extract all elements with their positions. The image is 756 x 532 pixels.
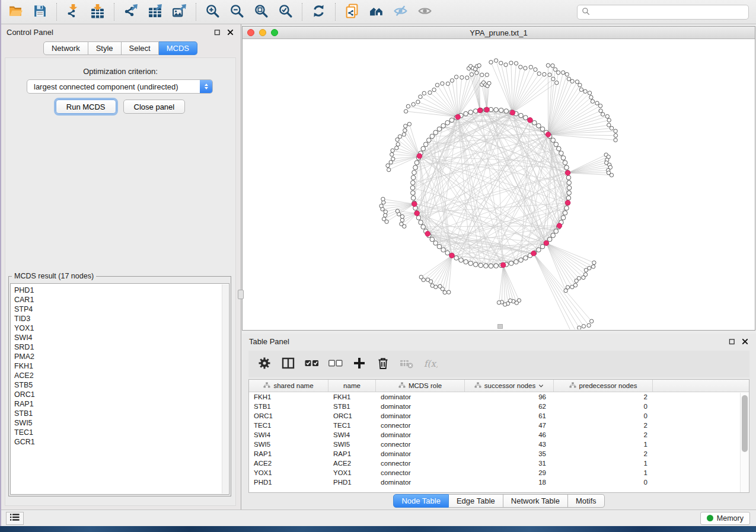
zoom-window-button[interactable] [271, 29, 278, 36]
network-window: YPA_prune.txt_1 [242, 26, 755, 331]
zoom-fit-button[interactable] [249, 1, 273, 23]
table-row[interactable]: ORC1ORC1dominator610 [249, 411, 749, 421]
mcds-result-list[interactable]: PHD1CAR1STP4TID3YOX1SWI4SRD1PMA2FKH1ACE2… [10, 283, 229, 495]
zoom-selected-button[interactable] [273, 1, 298, 23]
delete-columns-button[interactable] [372, 354, 394, 375]
column-header-mcds-role[interactable]: MCDS role [376, 380, 465, 392]
table-scrollbar-thumb[interactable] [742, 395, 748, 452]
column-header-name[interactable]: name [328, 380, 376, 392]
table-row[interactable]: SWI4SWI4dominator462 [249, 430, 749, 440]
tab-edge-table[interactable]: Edge Table [449, 494, 503, 508]
cell-shared-name: RAP1 [249, 450, 328, 457]
column-header-shared-name[interactable]: shared name [249, 380, 328, 392]
table-delete-icon [400, 356, 414, 372]
list-icon [9, 512, 21, 524]
mcds-result-item[interactable]: TID3 [11, 314, 229, 323]
table-row[interactable]: TEC1TEC1connector472 [249, 421, 749, 430]
mcds-result-item[interactable]: GCR1 [11, 437, 229, 447]
export-image-button[interactable] [167, 1, 192, 23]
table-scrollbar[interactable] [740, 393, 749, 492]
hide-selected-button[interactable] [388, 1, 413, 23]
table-row[interactable]: ACE2ACE2connector311 [249, 459, 749, 468]
mcds-result-item[interactable]: FKH1 [11, 361, 229, 371]
memory-button[interactable]: Memory [700, 512, 750, 525]
minimize-window-button[interactable] [259, 29, 266, 36]
table-row[interactable]: STB1STB1dominator620 [249, 402, 749, 411]
close-panel-button[interactable] [227, 28, 234, 36]
show-column-panel-button[interactable] [277, 354, 299, 375]
open-file-button[interactable] [4, 1, 28, 23]
cell-name: FKH1 [328, 393, 376, 400]
column-header-successor-nodes[interactable]: successor nodes [465, 380, 554, 392]
mcds-result-item[interactable]: TEC1 [11, 428, 229, 437]
mcds-list-scrollbar[interactable] [222, 284, 228, 493]
float-panel-button[interactable] [728, 338, 736, 345]
cell-successors: 31 [465, 460, 554, 467]
network-title: YPA_prune.txt_1 [243, 28, 755, 37]
mcds-result-item[interactable]: RAP1 [11, 399, 229, 409]
select-first-neighbors-button[interactable] [364, 1, 388, 23]
mcds-result-item[interactable]: ORC1 [11, 390, 229, 399]
select-all-columns-button[interactable] [301, 354, 323, 375]
mcds-result-item[interactable]: STB1 [11, 409, 229, 418]
table-row[interactable]: YOX1YOX1connector291 [249, 468, 749, 477]
cell-name: ORC1 [328, 412, 376, 419]
tab-mcds[interactable]: MCDS [159, 41, 197, 55]
import-network-button[interactable] [61, 1, 85, 23]
mcds-result-item[interactable]: SWI5 [11, 418, 229, 428]
table-row[interactable]: FKH1FKH1dominator962 [249, 392, 749, 402]
task-history-button[interactable] [6, 512, 24, 525]
show-all-button[interactable] [413, 1, 437, 23]
table-row[interactable]: RAP1RAP1dominator352 [249, 449, 749, 459]
tab-select[interactable]: Select [122, 41, 159, 55]
run-mcds-button[interactable]: Run MCDS [56, 100, 116, 114]
save-session-button[interactable] [28, 1, 52, 23]
splitter-handle[interactable] [238, 290, 244, 299]
mcds-result-item[interactable]: SWI4 [11, 333, 229, 342]
tab-node-table[interactable]: Node Table [393, 494, 449, 508]
tab-style[interactable]: Style [88, 41, 122, 55]
close-window-button[interactable] [247, 29, 254, 36]
status-bar: Memory [0, 509, 756, 526]
delete-table-button [395, 354, 417, 375]
export-table-button[interactable] [143, 1, 167, 23]
canvas-scroll-thumb[interactable] [497, 324, 503, 329]
search-input[interactable] [593, 7, 748, 18]
tab-network[interactable]: Network [43, 41, 88, 55]
optimization-criterion-select[interactable]: largest connected component (undirected) [27, 79, 213, 94]
mcds-result-item[interactable]: STP4 [11, 305, 229, 314]
mcds-result-item[interactable]: SRD1 [11, 342, 229, 352]
table-row[interactable]: SWI5SWI5connector431 [249, 440, 749, 449]
clone-network-button[interactable] [340, 1, 364, 23]
table-options-button[interactable] [253, 354, 275, 375]
column-header-predecessor-nodes[interactable]: predecessor nodes [554, 380, 653, 392]
mcds-result-item[interactable]: CAR1 [11, 295, 229, 305]
deselect-all-columns-button[interactable] [324, 354, 346, 375]
mcds-result-item[interactable]: STB5 [11, 380, 229, 390]
table-row[interactable]: PHD1PHD1dominator180 [249, 477, 749, 487]
zoom-in-button[interactable] [200, 1, 225, 23]
export-network-button[interactable] [119, 1, 143, 23]
mcds-result-item[interactable]: YOX1 [11, 323, 229, 333]
network-graph[interactable] [243, 39, 755, 329]
float-panel-button[interactable] [213, 28, 221, 36]
zoom-out-button[interactable] [225, 1, 249, 23]
dropdown-stepper-icon [200, 80, 212, 93]
mcds-result-item[interactable]: PMA2 [11, 352, 229, 361]
node-table: shared namenameMCDS rolesuccessor nodesp… [248, 379, 749, 493]
network-window-titlebar[interactable]: YPA_prune.txt_1 [243, 27, 755, 39]
close-panel-button[interactable] [741, 338, 749, 345]
close-panel-button[interactable]: Close panel [123, 100, 186, 114]
memory-status-dot [707, 515, 713, 521]
mcds-result-item[interactable]: PHD1 [11, 286, 229, 295]
mcds-result-item[interactable]: ACE2 [11, 371, 229, 380]
tab-network-table[interactable]: Network Table [503, 494, 568, 508]
sitemap-icon [398, 382, 406, 389]
create-column-button[interactable] [348, 354, 370, 375]
network-canvas[interactable] [243, 39, 755, 329]
tab-motifs[interactable]: Motifs [568, 494, 605, 508]
import-table-button[interactable] [85, 1, 110, 23]
refresh-layout-button[interactable] [307, 1, 331, 23]
cell-name: SWI5 [328, 441, 376, 448]
cell-shared-name: SWI5 [249, 441, 328, 448]
